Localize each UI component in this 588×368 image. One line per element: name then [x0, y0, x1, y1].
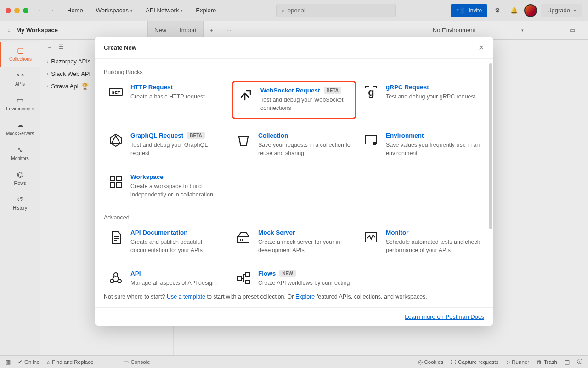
environment-icon — [363, 132, 379, 149]
svg-point-15 — [118, 279, 121, 283]
explore-link[interactable]: Explore — [295, 293, 315, 300]
grpc-icon: g — [363, 84, 379, 100]
svg-text:GET: GET — [112, 90, 120, 95]
card-grpc-request[interactable]: g gRPC RequestTest and debug your gRPC r… — [359, 81, 484, 119]
new-badge: NEW — [279, 270, 295, 277]
svg-rect-16 — [237, 276, 241, 280]
use-template-link[interactable]: Use a template — [167, 293, 205, 300]
monitor-icon — [363, 229, 379, 246]
card-graphql-request[interactable]: GraphQL RequestBETATest and debug your G… — [104, 129, 229, 160]
svg-rect-6 — [373, 142, 376, 145]
beta-badge: BETA — [324, 87, 341, 94]
card-mock-server[interactable]: Mock ServerCreate a mock server for your… — [232, 226, 356, 257]
svg-rect-10 — [117, 183, 121, 187]
card-workspace[interactable]: WorkspaceCreate a workspace to build ind… — [104, 171, 229, 201]
http-icon: GET — [107, 84, 124, 100]
card-collection[interactable]: CollectionSave your requests in a collec… — [232, 129, 356, 160]
modal-title: Create New — [104, 44, 136, 51]
svg-text:g: g — [368, 86, 374, 98]
mock-server-icon — [235, 229, 252, 246]
modal-footer-tip: Not sure where to start? Use a template … — [95, 289, 493, 307]
graphql-icon — [107, 132, 124, 149]
close-icon[interactable]: ✕ — [478, 43, 484, 52]
collection-icon — [235, 132, 252, 149]
beta-badge: BETA — [187, 132, 204, 139]
card-api-documentation[interactable]: API DocumentationCreate and publish beau… — [104, 226, 229, 257]
card-api[interactable]: APIManage all aspects of API design, dev… — [104, 267, 229, 289]
svg-rect-12 — [366, 233, 377, 242]
card-websocket-request[interactable]: WebSocket RequestBETATest and debug your… — [232, 81, 356, 119]
section-advanced: Advanced — [104, 214, 484, 221]
svg-marker-4 — [112, 136, 120, 143]
learn-more-link[interactable]: Learn more on Postman Docs — [405, 313, 484, 320]
workspace-icon — [107, 173, 124, 190]
svg-point-14 — [110, 279, 114, 283]
svg-point-13 — [114, 273, 118, 276]
create-new-modal: Create New ✕ Building Blocks GET HTTP Re… — [95, 37, 493, 326]
card-monitor[interactable]: MonitorSchedule automated tests and chec… — [359, 226, 484, 257]
card-flows[interactable]: FlowsNEWCreate API workflows by connecti… — [232, 267, 356, 289]
svg-rect-11 — [238, 236, 249, 243]
card-http-request[interactable]: GET HTTP RequestCreate a basic HTTP requ… — [104, 81, 229, 119]
svg-rect-8 — [117, 176, 121, 181]
scrollbar[interactable] — [489, 63, 492, 229]
flows-icon — [235, 270, 252, 287]
svg-rect-9 — [110, 183, 115, 187]
svg-rect-18 — [246, 280, 249, 284]
card-environment[interactable]: EnvironmentSave values you frequently us… — [359, 129, 484, 160]
api-icon — [107, 270, 124, 287]
svg-rect-17 — [246, 273, 249, 276]
modal-overlay: Create New ✕ Building Blocks GET HTTP Re… — [0, 0, 588, 368]
section-building-blocks: Building Blocks — [104, 69, 484, 75]
svg-rect-7 — [110, 176, 115, 181]
documentation-icon — [107, 229, 124, 246]
websocket-icon — [237, 87, 254, 104]
